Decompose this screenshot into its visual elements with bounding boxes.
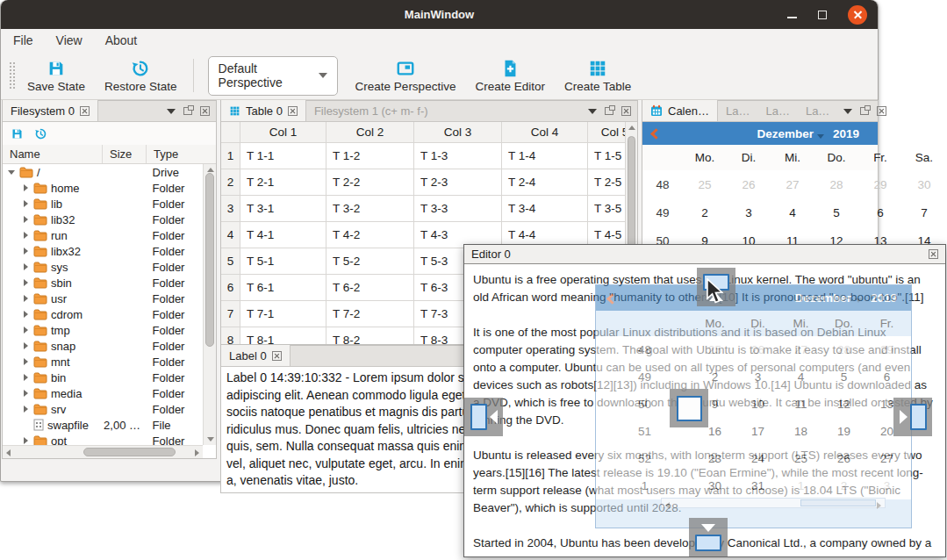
table-cell[interactable]: T 7-1 — [240, 301, 326, 327]
float-panel-icon[interactable] — [605, 107, 613, 115]
tree-row-usr[interactable]: usrFolder — [3, 291, 203, 306]
tree-row-root[interactable]: /Drive — [3, 164, 203, 180]
close-panel-icon[interactable] — [621, 106, 631, 116]
calendar-day[interactable]: 3 — [727, 206, 771, 219]
table-cell[interactable]: T 3-2 — [326, 196, 414, 222]
column-header-size[interactable]: Size — [103, 145, 147, 163]
drop-indicator-bottom[interactable] — [689, 518, 728, 556]
tree-row-run[interactable]: runFolder — [3, 227, 203, 243]
calendar-day[interactable]: 25 — [683, 178, 727, 191]
drop-indicator-center[interactable] — [670, 389, 708, 427]
column-header[interactable]: Col 1 — [240, 122, 326, 143]
table-cell[interactable]: T 5-1 — [240, 248, 326, 275]
table-cell[interactable]: T 1-2 — [326, 143, 414, 169]
year-label[interactable]: 2019 — [833, 127, 859, 140]
table-cell[interactable]: T 3-5 — [588, 196, 625, 222]
row-header[interactable]: 8 — [221, 327, 240, 344]
scroll-left-icon[interactable] — [6, 449, 11, 456]
row-header[interactable]: 2 — [221, 169, 240, 196]
month-dropdown-icon[interactable] — [817, 134, 824, 139]
toolbar-grip-handle[interactable] — [9, 61, 15, 90]
row-header[interactable]: 5 — [221, 248, 240, 275]
tree-caret-icon[interactable] — [22, 279, 30, 287]
scroll-up-icon[interactable] — [207, 168, 214, 172]
tree-row-mnt[interactable]: mntFolder — [3, 354, 203, 370]
table-cell[interactable]: T 8-2 — [326, 327, 414, 344]
table-cell[interactable]: T 2-1 — [240, 169, 326, 196]
tree-caret-icon[interactable] — [22, 342, 30, 350]
table-cell[interactable]: T 1-4 — [502, 143, 588, 169]
tree-caret-icon[interactable] — [22, 248, 30, 255]
tree-row-snap[interactable]: snapFolder — [3, 338, 203, 354]
title-bar[interactable]: MainWindow — [1, 0, 878, 29]
tree-row-cdrom[interactable]: cdromFolder — [3, 306, 203, 322]
row-header[interactable]: 1 — [221, 143, 240, 169]
tree-row-srv[interactable]: srvFolder — [3, 401, 203, 417]
floppy-save-icon[interactable] — [11, 127, 24, 140]
table-cell[interactable]: T 5-2 — [326, 248, 414, 275]
table-cell[interactable]: T 2-3 — [414, 169, 502, 196]
tree-caret-icon[interactable] — [22, 216, 30, 224]
tab-close-icon[interactable] — [80, 106, 90, 116]
tree-row-libx32[interactable]: libx32Folder — [3, 243, 203, 259]
table-cell[interactable]: T 3-3 — [414, 196, 502, 222]
table-cell[interactable]: T 2-4 — [502, 169, 588, 196]
tree-caret-icon[interactable] — [22, 263, 30, 271]
perspective-select[interactable]: Default Perspective — [208, 56, 338, 96]
editor-close-icon[interactable] — [929, 249, 938, 259]
restore-state-button[interactable]: Restore State — [95, 54, 187, 97]
table-cell[interactable]: T 4-1 — [240, 222, 326, 248]
calendar-day[interactable]: 27 — [771, 178, 814, 191]
tree-caret-icon[interactable] — [22, 295, 30, 303]
tree-row-media[interactable]: mediaFolder — [3, 385, 203, 401]
menu-view[interactable]: View — [56, 33, 83, 47]
float-panel-icon[interactable] — [183, 107, 192, 115]
previous-month-icon[interactable] — [650, 128, 662, 140]
calendar-day[interactable]: 28 — [814, 178, 858, 191]
column-header[interactable]: Col 5 — [588, 122, 625, 143]
drop-indicator-right[interactable] — [893, 398, 932, 436]
scroll-up-icon[interactable] — [628, 126, 635, 130]
table-cell[interactable]: T 2-5 — [588, 169, 625, 196]
column-header[interactable]: Col 2 — [326, 122, 414, 143]
menu-about[interactable]: About — [105, 33, 138, 47]
table-cell[interactable]: T 1-5 — [588, 143, 625, 169]
row-header[interactable]: 6 — [221, 275, 240, 301]
menu-file[interactable]: File — [13, 33, 33, 47]
tree-caret-icon[interactable] — [22, 390, 30, 398]
calendar-day[interactable]: 4 — [771, 206, 814, 219]
tree-row-tmp[interactable]: tmpFolder — [3, 322, 203, 338]
tree-caret-icon[interactable] — [8, 169, 16, 176]
tree-caret-icon[interactable] — [22, 184, 30, 192]
tab-calendar[interactable]: Calen… — [642, 100, 718, 121]
table-cell[interactable]: T 8-1 — [240, 327, 326, 344]
row-header[interactable]: 7 — [221, 301, 240, 327]
calendar-day[interactable]: 29 — [858, 178, 902, 191]
table-cell[interactable]: T 2-2 — [326, 169, 414, 196]
tree-row-sys[interactable]: sysFolder — [3, 259, 203, 275]
tab-label-0[interactable]: Label 0 — [221, 345, 291, 366]
tree-row-bin[interactable]: binFolder — [3, 370, 203, 385]
tree-row-sbin[interactable]: sbinFolder — [3, 275, 203, 291]
table-cell[interactable]: T 4-2 — [326, 222, 414, 248]
table-cell[interactable]: T 6-2 — [326, 275, 414, 301]
tree-row-lib32[interactable]: lib32Folder — [3, 212, 203, 227]
tree-row-lib[interactable]: libFolder — [3, 196, 203, 212]
editor-title-bar[interactable]: Editor 0 — [464, 245, 945, 264]
column-header-name[interactable]: Name — [3, 145, 103, 163]
float-panel-icon[interactable] — [860, 107, 869, 115]
save-state-button[interactable]: Save State — [18, 54, 95, 97]
tab-filesystem-0[interactable]: Filesystem 0 — [3, 100, 98, 121]
month-label[interactable]: Dezember — [757, 127, 814, 140]
tree-caret-icon[interactable] — [22, 232, 30, 240]
tree-caret-icon[interactable] — [22, 327, 30, 334]
close-icon[interactable] — [848, 5, 867, 25]
row-header[interactable]: 3 — [221, 196, 240, 222]
calendar-day[interactable]: 30 — [902, 178, 946, 191]
tab-list-dropdown-icon[interactable] — [843, 109, 852, 114]
table-cell[interactable]: T 3-1 — [240, 196, 326, 222]
tree-caret-icon[interactable] — [22, 311, 30, 319]
row-header[interactable]: 4 — [221, 222, 240, 248]
column-header[interactable]: Col 3 — [414, 122, 502, 143]
tab-filesystem-1[interactable]: Filesystem 1 (c+ m- f-) — [306, 100, 436, 121]
